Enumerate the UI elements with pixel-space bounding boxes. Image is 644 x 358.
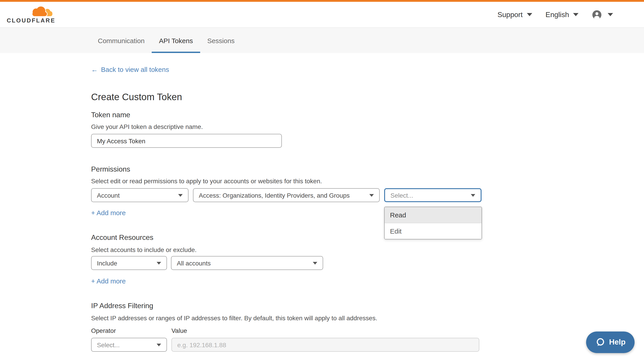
resources-mode-value: Include bbox=[97, 259, 117, 267]
chevron-down-icon bbox=[527, 13, 532, 16]
menu-option-edit[interactable]: Edit bbox=[384, 223, 482, 239]
user-avatar-icon bbox=[592, 10, 602, 20]
header-nav: Support English bbox=[498, 10, 613, 20]
cloudflare-cloud-icon bbox=[29, 6, 54, 18]
help-button[interactable]: Help bbox=[586, 331, 634, 353]
resources-mode-dropdown[interactable]: Include bbox=[91, 256, 167, 270]
chevron-down-icon bbox=[471, 194, 475, 197]
speech-bubble-icon bbox=[595, 337, 605, 347]
tab-communication[interactable]: Communication bbox=[91, 28, 152, 53]
permissions-add-more-link[interactable]: + Add more bbox=[91, 209, 126, 216]
access-options-menu: Read Edit bbox=[384, 207, 482, 239]
permission-access-dropdown[interactable]: Select... bbox=[384, 188, 482, 202]
ip-filtering-heading: IP Address Filtering bbox=[91, 302, 153, 310]
permissions-heading: Permissions bbox=[91, 165, 130, 173]
chevron-down-icon bbox=[608, 13, 613, 16]
tab-api-tokens[interactable]: API Tokens bbox=[152, 28, 200, 53]
header: CLOUDFLARE Support English bbox=[0, 2, 644, 28]
language-menu-label: English bbox=[546, 11, 569, 19]
menu-option-read[interactable]: Read bbox=[384, 207, 482, 223]
resources-scope-dropdown[interactable]: All accounts bbox=[171, 256, 323, 270]
permission-scope-dropdown[interactable]: Account bbox=[91, 188, 188, 202]
ip-operator-placeholder: Select... bbox=[97, 341, 120, 348]
permission-access-placeholder: Select... bbox=[390, 192, 413, 199]
support-menu[interactable]: Support bbox=[498, 11, 532, 19]
help-button-label: Help bbox=[609, 338, 626, 347]
back-link[interactable]: ← Back to view all tokens bbox=[91, 66, 169, 73]
resources-add-more-link[interactable]: + Add more bbox=[91, 277, 126, 285]
token-name-description: Give your API token a descriptive name. bbox=[91, 123, 203, 130]
chevron-down-icon bbox=[313, 262, 317, 264]
page-title: Create Custom Token bbox=[91, 92, 182, 102]
support-menu-label: Support bbox=[498, 11, 522, 19]
brand-accent-bar bbox=[0, 0, 644, 2]
ip-filtering-description: Select IP addresses or ranges of IP addr… bbox=[91, 314, 377, 322]
permission-group-value: Access: Organizations, Identity Provider… bbox=[199, 192, 350, 199]
back-link-label: Back to view all tokens bbox=[101, 66, 169, 73]
permission-scope-value: Account bbox=[97, 192, 120, 199]
page-root: CLOUDFLARE Support English bbox=[0, 0, 644, 358]
content: ← Back to view all tokens Create Custom … bbox=[0, 53, 644, 358]
account-resources-description: Select accounts to include or exclude. bbox=[91, 246, 196, 253]
cloudflare-wordmark: CLOUDFLARE bbox=[7, 18, 56, 23]
chevron-down-icon bbox=[573, 13, 578, 16]
chevron-down-icon bbox=[178, 194, 183, 197]
cloudflare-logo[interactable]: CLOUDFLARE bbox=[7, 6, 56, 23]
ip-value-input[interactable] bbox=[172, 338, 479, 352]
permissions-description: Select edit or read permissions to apply… bbox=[91, 177, 322, 185]
chevron-down-icon bbox=[156, 262, 161, 264]
value-label: Value bbox=[172, 327, 187, 334]
language-menu[interactable]: English bbox=[546, 11, 578, 19]
token-name-heading: Token name bbox=[91, 111, 130, 119]
back-arrow-icon: ← bbox=[91, 66, 98, 73]
chevron-down-icon bbox=[156, 343, 161, 346]
token-name-input[interactable] bbox=[91, 134, 282, 148]
account-menu[interactable] bbox=[592, 10, 613, 20]
account-resources-heading: Account Resources bbox=[91, 234, 153, 242]
chevron-down-icon bbox=[369, 194, 374, 197]
operator-label: Operator bbox=[91, 327, 116, 334]
ip-operator-dropdown[interactable]: Select... bbox=[91, 338, 167, 352]
permission-group-dropdown[interactable]: Access: Organizations, Identity Provider… bbox=[193, 188, 380, 202]
resources-scope-value: All accounts bbox=[177, 259, 211, 267]
tab-sessions[interactable]: Sessions bbox=[200, 28, 242, 53]
tab-bar: Communication API Tokens Sessions bbox=[0, 28, 644, 53]
